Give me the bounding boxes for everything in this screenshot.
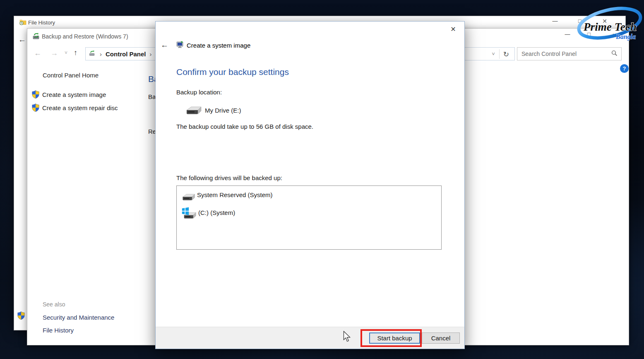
nav-history-chevron-icon[interactable]: ˅ bbox=[65, 50, 67, 56]
back-arrow-icon[interactable]: ← bbox=[18, 35, 26, 44]
breadcrumb-location-icon bbox=[89, 50, 96, 58]
covered-section-fragment: Ba bbox=[148, 93, 156, 100]
nav-forward-icon[interactable]: → bbox=[50, 49, 58, 58]
disk-space-note: The backup could take up to 56 GB of dis… bbox=[176, 123, 313, 130]
logo-text-line1: Prime Tech bbox=[583, 21, 637, 33]
search-box[interactable] bbox=[517, 47, 622, 60]
uac-shield-icon bbox=[32, 90, 39, 100]
cancel-button[interactable]: Cancel bbox=[422, 332, 460, 344]
drive-list-item[interactable]: (C:) (System) bbox=[198, 209, 235, 216]
desktop-background: File History — □ ✕ ← bbox=[0, 0, 644, 359]
system-image-icon bbox=[176, 41, 184, 50]
breadcrumb-separator: › bbox=[150, 51, 152, 58]
backup-restore-title: Backup and Restore (Windows 7) bbox=[42, 33, 128, 40]
prime-tech-bangla-logo: Prime Tech Bangla bbox=[575, 2, 644, 46]
create-system-image-dialog: ✕ ← Create a system image Confirm your b… bbox=[155, 21, 465, 349]
hard-drive-icon bbox=[182, 192, 196, 204]
annotation-highlight-box bbox=[360, 329, 422, 347]
address-dropdown-icon[interactable]: ˅ bbox=[488, 51, 499, 57]
windows-system-drive-icon bbox=[182, 205, 197, 222]
uac-shield-icon bbox=[32, 104, 39, 113]
backup-restore-icon bbox=[32, 32, 40, 41]
minimize-icon[interactable]: — bbox=[561, 31, 574, 37]
minimize-icon[interactable]: — bbox=[549, 18, 561, 24]
nav-back-icon[interactable]: ← bbox=[34, 49, 41, 58]
help-icon[interactable]: ? bbox=[620, 64, 629, 73]
uac-shield-icon bbox=[17, 311, 25, 321]
breadcrumb-control-panel[interactable]: Control Panel bbox=[106, 51, 146, 58]
sidebar-item-file-history[interactable]: File History bbox=[43, 327, 74, 334]
nav-up-icon[interactable]: ↑ bbox=[74, 48, 77, 57]
drives-listbox[interactable]: System Reserved (System) bbox=[176, 186, 442, 250]
backup-drive-name: My Drive (E:) bbox=[205, 107, 241, 114]
breadcrumb-separator: › bbox=[100, 51, 102, 58]
close-icon[interactable]: ✕ bbox=[447, 24, 459, 35]
sidebar-item-create-system-image[interactable]: Create a system image bbox=[42, 91, 106, 98]
search-icon[interactable] bbox=[611, 50, 618, 58]
hard-drive-icon bbox=[185, 105, 202, 117]
file-history-folder-icon bbox=[19, 19, 26, 27]
dialog-title: Create a system image bbox=[187, 42, 250, 49]
backup-location-label: Backup location: bbox=[176, 89, 222, 96]
file-history-title: File History bbox=[28, 19, 55, 26]
refresh-icon[interactable]: ↻ bbox=[499, 49, 513, 59]
sidebar-item-create-system-repair-disc[interactable]: Create a system repair disc bbox=[42, 104, 118, 111]
search-input[interactable] bbox=[517, 51, 611, 57]
sidebar-item-control-panel-home[interactable]: Control Panel Home bbox=[43, 72, 99, 79]
drives-list-label: The following drives will be backed up: bbox=[176, 174, 282, 181]
mouse-cursor bbox=[343, 331, 351, 344]
back-arrow-icon[interactable]: ← bbox=[161, 41, 168, 50]
sidebar-item-security-and-maintenance[interactable]: Security and Maintenance bbox=[43, 314, 114, 321]
dialog-heading: Confirm your backup settings bbox=[176, 67, 289, 77]
drive-list-item[interactable]: System Reserved (System) bbox=[197, 191, 273, 198]
see-also-label: See also bbox=[43, 301, 65, 308]
logo-text-line2: Bangla bbox=[615, 33, 636, 41]
